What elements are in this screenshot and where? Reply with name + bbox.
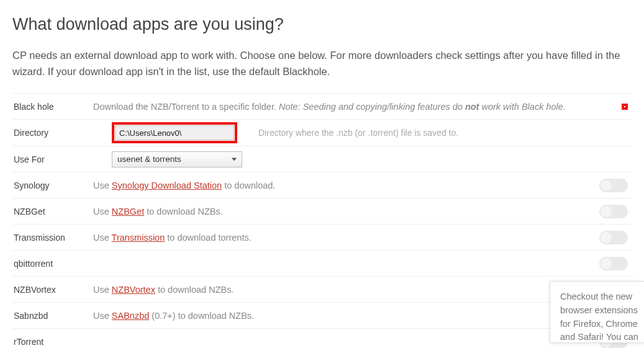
app-link[interactable]: SABnzbd (112, 311, 149, 321)
label-app: Synology (12, 181, 93, 190)
directory-help: Directory where the .nzb (or .torrent) f… (258, 128, 458, 138)
desc-app: Use NZBGet to download NZBs. (93, 207, 594, 216)
row-app: NZBGetUse NZBGet to download NZBs. (12, 199, 632, 225)
blackhole-note-not: not (465, 102, 479, 112)
desc-app: Use NZBVortex to download NZBs. (93, 285, 594, 295)
usefor-value: usenet & torrents (117, 154, 181, 164)
label-app: NZBVortex (12, 285, 93, 295)
directory-input[interactable] (115, 125, 234, 140)
row-app: qbittorrent (12, 251, 632, 277)
desc-blackhole: Download the NZB/Torrent to a specific f… (93, 102, 594, 112)
page-title: What download apps are you using? (12, 15, 632, 34)
row-app: SynologyUse Synology Download Station to… (12, 172, 632, 199)
toggle-app[interactable] (599, 257, 628, 270)
app-link[interactable]: NZBGet (112, 207, 144, 216)
app-post: to download. (222, 181, 275, 190)
app-pre: Use (93, 181, 112, 190)
app-post: (0.7+) to download NZBs. (149, 311, 254, 321)
blackhole-desc-prefix: Download the NZB/Torrent to a specific f… (93, 102, 279, 112)
row-usefor: Use For usenet & torrents (12, 146, 632, 172)
blackhole-note-b: work with Black hole. (479, 102, 565, 112)
promo-popup-text: Checkout the new browser extensions for … (560, 292, 638, 343)
toggle-app[interactable] (599, 179, 628, 192)
label-app: Transmission (12, 233, 93, 243)
app-post: to download NZBs. (155, 285, 234, 295)
label-blackhole: Black hole (12, 102, 93, 112)
row-app: TransmissionUse Transmission to download… (12, 225, 632, 251)
app-post: to download torrents. (165, 233, 251, 243)
app-pre: Use (93, 207, 112, 216)
app-pre: Use (93, 285, 112, 295)
label-app: Sabnzbd (12, 311, 93, 321)
label-directory: Directory (12, 128, 93, 138)
promo-popup: Checkout the new browser extensions for … (550, 281, 644, 343)
desc-app: Use Transmission to download torrents. (93, 233, 594, 243)
desc-app: Use Synology Download Station to downloa… (93, 181, 594, 190)
settings-list: Black hole Download the NZB/Torrent to a… (12, 93, 632, 348)
label-app: qbittorrent (12, 259, 93, 269)
row-blackhole: Black hole Download the NZB/Torrent to a… (12, 94, 632, 120)
usefor-select[interactable]: usenet & torrents (112, 151, 242, 167)
row-app: rTorrent (12, 329, 632, 348)
app-link[interactable]: NZBVortex (112, 285, 155, 295)
highlight-directory (112, 122, 237, 143)
label-usefor: Use For (12, 154, 93, 164)
toggle-app[interactable] (599, 205, 628, 218)
page-lead: CP needs an external download app to wor… (12, 48, 632, 79)
app-link[interactable]: Transmission (112, 233, 165, 243)
highlight-toggle (622, 104, 628, 110)
label-app: rTorrent (12, 337, 93, 347)
app-link[interactable]: Synology Download Station (112, 181, 222, 190)
label-app: NZBGet (12, 207, 93, 216)
toggle-app[interactable] (599, 231, 628, 244)
app-pre: Use (93, 233, 112, 243)
row-directory: Directory Directory where the .nzb (or .… (12, 120, 632, 146)
app-pre: Use (93, 311, 112, 321)
row-app: NZBVortexUse NZBVortex to download NZBs. (12, 277, 632, 303)
row-app: SabnzbdUse SABnzbd (0.7+) to download NZ… (12, 303, 632, 329)
desc-app: Use SABnzbd (0.7+) to download NZBs. (93, 311, 594, 321)
app-post: to download NZBs. (144, 207, 223, 216)
blackhole-note-a: Note: Seeding and copying/linking featur… (279, 102, 465, 112)
